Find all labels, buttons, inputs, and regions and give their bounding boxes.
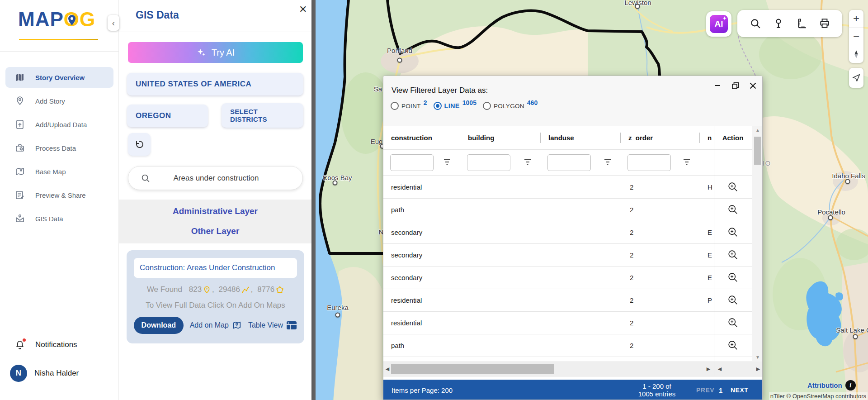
cell-z-order: 2 [621,221,700,243]
download-button[interactable]: Download [134,317,184,334]
sidebar-collapse-button[interactable]: ‹ [108,15,119,31]
undo-button[interactable] [128,133,151,156]
panel-map-divider[interactable] [311,0,316,400]
info-icon[interactable]: i [845,380,856,390]
sidebar-item-add-story[interactable]: Add Story [5,90,113,111]
prev-page-button[interactable]: PREV [696,386,714,394]
table-horizontal-scrollbar[interactable]: ◀ ▶ ◀ ▶ [383,362,763,376]
column-header[interactable]: building [460,126,541,149]
maximize-icon[interactable] [730,81,740,90]
app-logo[interactable]: MAPOG [18,8,95,31]
sidebar-item-preview-share[interactable]: Preview & Share [5,185,113,205]
column-header[interactable]: landuse [541,126,621,149]
cell-action [714,334,752,357]
cell-z-order [621,357,700,361]
zoom-in-button[interactable]: + [849,10,863,28]
sidebar-item-story-overview[interactable]: Story Overview [5,67,113,88]
attribution[interactable]: Attribution i [807,380,856,390]
attribution-label[interactable]: Attribution [807,381,842,389]
layer-search-input[interactable]: Areas under construction [128,166,303,190]
app-root: PortlandSaEugCoos BayNEurekaLewistonHOId… [0,0,868,400]
scroll-right-icon[interactable]: ▶ [705,362,712,376]
notification-badge [23,338,26,342]
try-ai-button[interactable]: Try AI [128,42,303,63]
layer-result-title[interactable]: Construction: Areas Under Construction [134,258,297,278]
zoom-in-row-icon[interactable] [727,271,739,284]
zoom-in-row-icon[interactable] [727,294,739,306]
scroll-right-icon[interactable]: ▶ [755,362,761,376]
sidebar-item-label: Add Story [35,97,65,105]
search-icon[interactable] [749,17,762,30]
scrollbar-thumb[interactable] [391,364,554,374]
radio-polygon[interactable]: POLYGON 460 [483,102,538,110]
scroll-left-icon[interactable]: ◀ [717,362,723,376]
column-header[interactable]: n [700,126,714,149]
cell-landuse [541,334,621,357]
add-on-map-button[interactable]: Add on Map [190,320,242,330]
envelope-pin-icon [14,213,25,224]
zoom-in-row-icon[interactable] [727,204,739,216]
zoom-in-row-icon[interactable] [727,249,739,261]
print-icon[interactable] [818,17,831,30]
close-icon[interactable] [748,81,758,90]
zoom-in-row-icon[interactable] [727,317,739,329]
filter-icon[interactable] [683,159,690,165]
filter-icon[interactable] [604,159,611,165]
scrollbar-thumb[interactable] [754,137,761,165]
minimize-icon[interactable] [712,81,722,90]
items-per-page[interactable]: Items per Page: 200 [392,386,453,394]
other-layer-heading[interactable]: Other Layer [119,226,311,236]
sidebar-item-gis-data[interactable]: GIS Data [5,208,113,229]
zoom-in-row-icon[interactable] [727,339,739,352]
radio-icon [434,102,442,110]
current-page[interactable]: 1 [719,386,722,394]
country-button[interactable]: UNITED STATES OF AMERICA [127,73,303,95]
dialog-pagination-footer: Items per Page: 200 1 - 200 of1005 entri… [383,380,763,400]
filter-input-landuse[interactable] [547,154,591,171]
scroll-left-icon[interactable]: ◀ [384,362,391,376]
notifications-button[interactable]: Notifications [14,339,77,350]
filter-icon[interactable] [443,159,451,165]
scroll-down-icon[interactable]: ▼ [752,353,763,361]
ai-button[interactable]: Ai✦ [706,11,731,37]
sidebar-item-process-data[interactable]: Process Data [5,138,113,158]
zoom-in-row-icon[interactable] [727,226,739,238]
zoom-out-button[interactable]: − [849,28,863,45]
table-view-button[interactable]: Table View [248,321,297,330]
table-row: residential2 [383,312,752,334]
point-count-icon [203,286,211,294]
column-header[interactable]: z_order [621,126,700,149]
sidebar-item-base-map[interactable]: Base Map [5,161,113,182]
cell-construction: path [383,199,460,221]
zoom-in-row-icon[interactable] [727,181,739,193]
measure-icon[interactable] [795,17,808,30]
table-header-row: construction building landuse z_order n … [383,126,763,150]
filter-input-z-order[interactable] [627,154,671,171]
cell-construction: secondary [383,221,460,243]
radio-line[interactable]: LINE 1005 [434,102,476,110]
cell-construction: secondary [383,244,460,266]
filter-icon[interactable] [524,159,531,165]
found-counts: We Found 823 29486 8776 [127,285,304,294]
select-districts-button[interactable]: SELECTDISTRICTS [222,103,303,128]
next-page-button[interactable]: NEXT [731,386,748,394]
radio-point[interactable]: POINT 2 [391,102,427,110]
sidebar-item-add-upload-data[interactable]: Add/Upload Data [5,114,113,135]
lines-count: 29486 [219,285,240,294]
filter-input-building[interactable] [467,154,510,171]
filter-input-construction[interactable] [390,154,434,171]
map-city-label: Salt Lake C [836,326,868,334]
table-vertical-scrollbar[interactable]: ▲ ▼ [752,126,763,361]
navigate-icon[interactable] [849,68,863,88]
panel-close-icon[interactable]: ✕ [299,4,307,15]
administrative-layer-heading[interactable]: Administrative Layer [119,206,311,216]
user-profile[interactable]: N Nisha Halder [10,365,79,382]
column-header[interactable]: construction [383,126,460,149]
location-marker-icon[interactable] [772,17,785,30]
sidebar-item-label: GIS Data [35,215,63,223]
scroll-up-icon[interactable]: ▲ [752,126,763,134]
compass-icon[interactable] [849,45,863,63]
state-button[interactable]: OREGON [127,105,208,127]
cell-landuse [541,244,621,266]
cell-n: E [700,221,714,243]
